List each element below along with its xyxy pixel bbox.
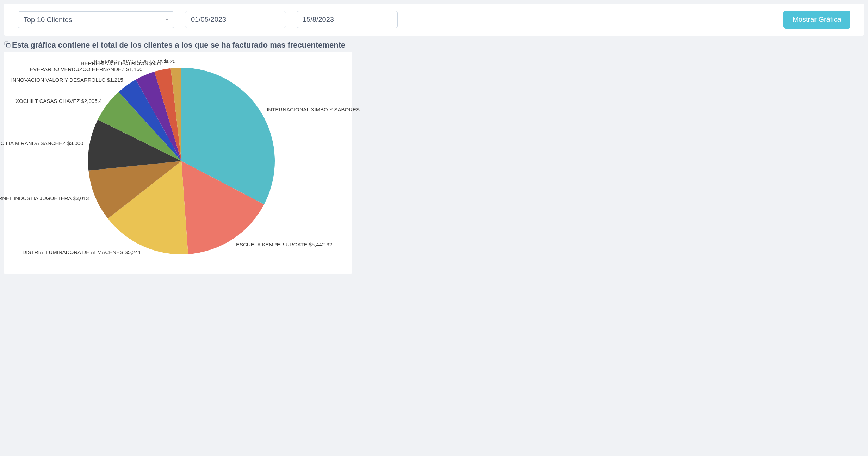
filter-bar: Top 10 Clientes Mostrar Gráfica bbox=[4, 4, 864, 36]
show-chart-button[interactable]: Mostrar Gráfica bbox=[783, 11, 850, 29]
date-from-input[interactable] bbox=[185, 11, 286, 28]
slice-label: BERENICE XIMO QUEZADA $620 bbox=[94, 58, 176, 64]
slice-label: ESCUELA KEMPER URGATE $5,442.32 bbox=[236, 241, 332, 247]
chart-card: INTERNACIONAL XIMBO Y SABORESESCUELA KEM… bbox=[4, 52, 352, 274]
pie-chart: INTERNACIONAL XIMBO Y SABORESESCUELA KEM… bbox=[4, 52, 352, 274]
date-to-input[interactable] bbox=[297, 11, 398, 28]
description-text: Esta gráfica contiene el total de los cl… bbox=[12, 41, 345, 50]
slice-label: DISTRIA ILUMINADORA DE ALMACENES $5,241 bbox=[22, 249, 141, 255]
slice-label: XOCHILT CASAS CHAVEZ $2,005.4 bbox=[16, 98, 102, 104]
pie-svg bbox=[86, 66, 277, 256]
description-row: Esta gráfica contiene el total de los cl… bbox=[4, 41, 864, 50]
slice-label: RNEL INDUSTIA JUGUETERA $3,013 bbox=[0, 195, 89, 201]
report-select[interactable]: Top 10 Clientes bbox=[18, 11, 174, 28]
copy-icon bbox=[4, 41, 11, 49]
slice-label: INNOVACION VALOR Y DESARROLLO $1,215 bbox=[11, 77, 123, 83]
slice-label: INTERNACIONAL XIMBO Y SABORES bbox=[267, 106, 360, 112]
svg-rect-0 bbox=[7, 44, 10, 47]
report-select-wrap: Top 10 Clientes bbox=[18, 11, 174, 28]
slice-label: CECILIA MIRANDA SANCHEZ $3,000 bbox=[0, 140, 83, 146]
slice-label: EVERARDO VERDUZCO HERNANDEZ $1,160 bbox=[30, 66, 142, 72]
